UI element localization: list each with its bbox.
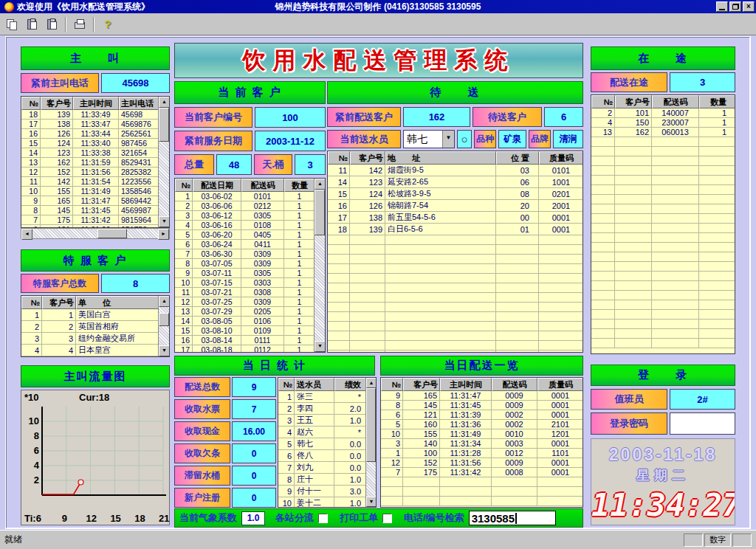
table-row[interactable]: 8庄十1.0	[278, 474, 366, 486]
table-row[interactable]: 15124松坡路3-9-5080201	[328, 188, 583, 200]
column-header[interactable]: №	[175, 179, 193, 192]
table-row[interactable]: 203-06-0602121	[175, 201, 315, 211]
table-row[interactable]: 516011:31:3600022101	[381, 420, 583, 429]
table-row[interactable]	[328, 255, 583, 264]
worker-performance-table[interactable]: №送水员绩效 1张三*2李四2.03王五1.04赵六*5韩七0.06佟八0.07…	[278, 377, 377, 508]
print-order-checkbox[interactable]	[382, 514, 392, 523]
delivery-history-vscroll[interactable]: ▲ ▼	[314, 179, 325, 352]
column-header[interactable]: 主叫电话	[119, 97, 159, 110]
table-row[interactable]: 11美国白宫	[21, 309, 159, 321]
column-header[interactable]: №	[21, 296, 42, 309]
table-row[interactable]	[591, 214, 735, 224]
table-row[interactable]: 1003-07-1503031	[175, 278, 315, 288]
table-row[interactable]: 2李四2.0	[278, 403, 366, 415]
toolbar-button-paste[interactable]	[23, 15, 41, 32]
table-row[interactable]	[591, 252, 735, 262]
scroll-down-icon[interactable]: ▼	[159, 216, 170, 227]
scroll-up-icon[interactable]: ▲	[159, 296, 170, 307]
worker-performance-vscroll[interactable]: ▲ ▼	[365, 378, 376, 507]
table-row[interactable]: 16126锦朝路7-54202001	[328, 200, 583, 212]
table-row[interactable]: 1512411:33:40987456	[21, 139, 159, 148]
toolbar-button-print[interactable]	[71, 15, 89, 32]
table-row[interactable]: 403-06-1601081	[175, 221, 315, 230]
table-row[interactable]	[591, 137, 735, 147]
toolbar-button-paste2[interactable]	[43, 15, 61, 32]
scroll-thumb[interactable]	[366, 388, 376, 462]
column-header[interactable]: №	[278, 378, 295, 391]
caller-table[interactable]: №客户号主叫时间主叫电话 1813911:33:49456981713811:3…	[21, 96, 170, 228]
caller-table-vscroll[interactable]: ▲ ▼	[158, 97, 169, 227]
table-row[interactable]: 1813911:33:4945698	[21, 110, 159, 120]
column-header[interactable]: 客户号	[615, 95, 652, 108]
table-row[interactable]: 717511:31:4200080001	[381, 468, 583, 477]
scroll-thumb[interactable]	[315, 190, 325, 235]
weather-factor-input[interactable]: 1.0	[241, 511, 265, 525]
table-row[interactable]: 916511:31:4700090001	[381, 391, 583, 401]
column-header[interactable]: 绩效	[334, 378, 366, 391]
column-header[interactable]: 数量	[699, 95, 735, 108]
scroll-up-icon[interactable]: ▲	[159, 97, 170, 108]
column-header[interactable]: 主叫时间	[440, 378, 492, 391]
caller-table-hscroll[interactable]: ◄ ►	[21, 228, 170, 239]
table-row[interactable]: 814511:31:4500090001	[381, 401, 583, 410]
search-input[interactable]: 3130585	[469, 511, 556, 525]
pending-table[interactable]: №客户号地 址位 置质量码 11142烟霞街9-503010114123延安路2…	[327, 151, 583, 353]
table-row[interactable]: 131620600131	[591, 128, 735, 137]
table-row[interactable]: 1015511:31:4900101201	[381, 429, 583, 439]
table-row[interactable]	[591, 262, 735, 272]
table-row[interactable]: 603-06-2404111	[175, 240, 315, 249]
table-row[interactable]	[591, 156, 735, 166]
special-table-vscroll[interactable]: ▲ ▼	[158, 296, 169, 356]
table-row[interactable]: 9付十一3.0	[278, 486, 366, 497]
table-row[interactable]	[381, 497, 583, 506]
close-button[interactable]: ×	[743, 1, 755, 12]
table-row[interactable]: 1张三*	[278, 391, 366, 403]
table-row[interactable]: 717511:31:429815964	[21, 215, 159, 225]
table-row[interactable]: 903-07-1103051	[175, 269, 315, 278]
chevron-down-icon[interactable]: ▼	[442, 131, 454, 148]
table-row[interactable]	[591, 300, 735, 310]
table-row[interactable]: 3王五1.0	[278, 415, 366, 427]
scroll-thumb[interactable]	[159, 108, 169, 142]
column-header[interactable]: 位 置	[496, 151, 539, 165]
table-row[interactable]: 1503-08-1001091	[175, 326, 315, 336]
table-row[interactable]: 7刘九0.0	[278, 462, 366, 474]
scroll-down-icon[interactable]: ▼	[315, 341, 326, 352]
column-header[interactable]: 主叫时间	[73, 97, 119, 110]
table-row[interactable]	[328, 331, 583, 341]
table-row[interactable]: 703-06-3003091	[175, 249, 315, 259]
table-row[interactable]: 4赵六*	[278, 427, 366, 438]
table-row[interactable]	[381, 477, 583, 487]
table-row[interactable]	[591, 185, 735, 195]
table-row[interactable]: 916511:31:475869442	[21, 196, 159, 206]
table-row[interactable]: 33纽约金融交易所	[21, 333, 159, 345]
minimize-button[interactable]	[716, 1, 728, 12]
table-row[interactable]	[381, 487, 583, 497]
table-row[interactable]: 612111:31:3900020001	[381, 410, 583, 420]
table-row[interactable]	[591, 339, 735, 348]
column-header[interactable]: 数量	[284, 179, 315, 192]
table-row[interactable]: 303-06-1203051	[175, 211, 315, 221]
column-header[interactable]: 配送码	[241, 179, 284, 192]
table-row[interactable]	[591, 195, 735, 204]
table-row[interactable]: 1114211:31:541223556	[21, 177, 159, 187]
scroll-thumb[interactable]	[97, 229, 127, 238]
scroll-thumb[interactable]	[159, 313, 169, 326]
table-row[interactable]	[591, 243, 735, 252]
table-row[interactable]: 17138前五里54-5-6000001	[328, 212, 583, 224]
delivery-history-table[interactable]: №配送日期配送码数量 103-06-0201011203-06-06021213…	[174, 178, 326, 353]
table-row[interactable]: 110011:31:2800121101	[381, 449, 583, 458]
table-row[interactable]: 1215211:31:562825382	[21, 168, 159, 177]
table-row[interactable]: 22英国首相府	[21, 321, 159, 333]
table-row[interactable]	[328, 293, 583, 303]
column-header[interactable]: 客户号	[42, 296, 76, 309]
column-header[interactable]: №	[381, 378, 403, 391]
scroll-right-icon[interactable]: ►	[158, 229, 169, 240]
scroll-left-icon[interactable]: ◄	[21, 229, 32, 240]
table-row[interactable]: 1303-07-2902051	[175, 307, 315, 317]
table-row[interactable]: 1713811:33:474569876	[21, 120, 159, 129]
table-row[interactable]	[328, 283, 583, 293]
worker-combobox[interactable]: 韩七 ▼	[403, 130, 455, 148]
table-row[interactable]	[591, 233, 735, 243]
column-header[interactable]: 客户号	[350, 151, 385, 165]
